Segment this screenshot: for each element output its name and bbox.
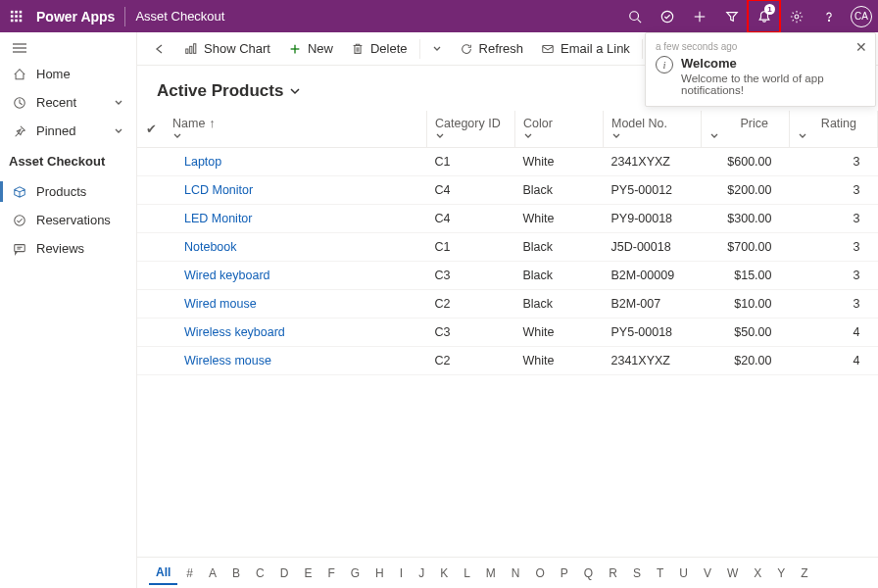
table-row[interactable]: Notebook C1 Black J5D-00018 $700.00 3 xyxy=(137,232,878,261)
add-icon[interactable] xyxy=(683,0,715,32)
alpha-M[interactable]: M xyxy=(479,563,503,584)
notifications-icon[interactable]: 1 xyxy=(748,0,780,32)
refresh-button[interactable]: Refresh xyxy=(452,32,532,65)
breadcrumb[interactable]: Asset Checkout xyxy=(135,9,224,24)
back-button[interactable] xyxy=(145,32,174,65)
cell-rating: 3 xyxy=(790,147,878,175)
alpha-F[interactable]: F xyxy=(320,563,341,584)
delete-split-button[interactable] xyxy=(424,32,450,65)
alpha-P[interactable]: P xyxy=(554,563,575,584)
cell-color: White xyxy=(515,204,604,232)
cell-category: C4 xyxy=(427,175,515,204)
alpha-E[interactable]: E xyxy=(297,563,318,584)
alpha-Z[interactable]: Z xyxy=(794,563,814,584)
cell-name[interactable]: Laptop xyxy=(165,147,427,175)
column-rating[interactable]: Rating xyxy=(790,111,878,147)
info-icon: i xyxy=(656,56,673,74)
cell-color: White xyxy=(515,147,604,175)
svg-rect-24 xyxy=(186,49,188,53)
cell-price: $20.00 xyxy=(702,346,790,374)
cell-model: J5D-00018 xyxy=(604,232,702,261)
email-link-button[interactable]: Email a Link xyxy=(533,32,638,65)
alpha-D[interactable]: D xyxy=(273,563,296,584)
table-row[interactable]: Wireless mouse C2 White 2341XYXZ $20.00 … xyxy=(137,346,878,374)
alpha-S[interactable]: S xyxy=(626,563,648,584)
alpha-T[interactable]: T xyxy=(650,563,670,584)
table-row[interactable]: LCD Monitor C4 Black PY5-00012 $200.00 3 xyxy=(137,175,878,204)
alpha-C[interactable]: C xyxy=(249,563,271,584)
task-icon[interactable] xyxy=(651,0,683,32)
alpha-Q[interactable]: Q xyxy=(577,563,600,584)
svg-rect-4 xyxy=(15,15,18,18)
svg-rect-29 xyxy=(543,45,554,52)
notification-time: a few seconds ago xyxy=(656,41,865,52)
alpha-All[interactable]: All xyxy=(149,562,177,585)
alpha-X[interactable]: X xyxy=(747,563,768,584)
chat-icon xyxy=(13,242,26,256)
settings-icon[interactable] xyxy=(780,0,812,32)
alpha-B[interactable]: B xyxy=(225,563,247,584)
app-launcher-icon[interactable] xyxy=(0,0,32,32)
cell-rating: 3 xyxy=(790,232,878,261)
help-icon[interactable] xyxy=(812,0,845,32)
column-price[interactable]: Price xyxy=(702,111,790,147)
filter-icon[interactable] xyxy=(715,0,748,32)
cell-name[interactable]: LCD Monitor xyxy=(165,175,427,204)
cell-category: C1 xyxy=(427,147,515,175)
sidebar-item-reviews[interactable]: Reviews xyxy=(0,234,136,263)
table-row[interactable]: Wired keyboard C3 Black B2M-00009 $15.00… xyxy=(137,261,878,289)
sidebar-item-reservations[interactable]: Reservations xyxy=(0,206,136,234)
alpha-J[interactable]: J xyxy=(412,563,431,584)
top-bar: Power Apps Asset Checkout 1 CA xyxy=(0,0,878,32)
cell-name[interactable]: Wired keyboard xyxy=(165,261,427,289)
pin-icon xyxy=(13,124,26,138)
alpha-N[interactable]: N xyxy=(505,563,527,584)
table-row[interactable]: Wired mouse C2 Black B2M-007 $10.00 3 xyxy=(137,289,878,318)
column-name[interactable]: Name↑ xyxy=(165,111,427,147)
alpha-A[interactable]: A xyxy=(202,563,223,584)
search-icon[interactable] xyxy=(618,0,651,32)
cell-name[interactable]: Wireless keyboard xyxy=(165,318,427,346)
alpha-R[interactable]: R xyxy=(602,563,624,584)
alpha-I[interactable]: I xyxy=(393,563,410,584)
table-row[interactable]: Laptop C1 White 2341XYXZ $600.00 3 xyxy=(137,147,878,175)
cell-color: White xyxy=(515,318,604,346)
cell-model: B2M-00009 xyxy=(604,261,702,289)
new-button[interactable]: New xyxy=(280,32,341,65)
cell-name[interactable]: Wired mouse xyxy=(165,289,427,318)
avatar[interactable]: CA xyxy=(851,6,872,27)
alpha-W[interactable]: W xyxy=(720,563,745,584)
cell-rating: 3 xyxy=(790,175,878,204)
sidebar-item-products[interactable]: Products xyxy=(0,177,136,206)
table-row[interactable]: Wireless keyboard C3 White PY5-00018 $50… xyxy=(137,318,878,346)
sidebar-item-pinned[interactable]: Pinned xyxy=(0,117,136,145)
cell-category: C4 xyxy=(427,204,515,232)
close-icon[interactable]: ✕ xyxy=(855,39,867,55)
column-color[interactable]: Color xyxy=(515,111,604,147)
alpha-L[interactable]: L xyxy=(457,563,477,584)
show-chart-button[interactable]: Show Chart xyxy=(176,32,278,65)
sidebar-item-label: Reviews xyxy=(36,241,84,256)
cell-name[interactable]: Notebook xyxy=(165,232,427,261)
table-row[interactable]: LED Monitor C4 White PY9-00018 $300.00 3 xyxy=(137,204,878,232)
svg-rect-25 xyxy=(190,46,192,53)
alpha-K[interactable]: K xyxy=(433,563,455,584)
alpha-O[interactable]: O xyxy=(529,563,552,584)
delete-button[interactable]: Delete xyxy=(343,32,415,65)
column-category[interactable]: Category ID xyxy=(427,111,515,147)
cell-price: $200.00 xyxy=(702,175,790,204)
alpha-Y[interactable]: Y xyxy=(770,563,792,584)
select-all-checkbox[interactable]: ✔ xyxy=(137,111,165,147)
hamburger-icon[interactable] xyxy=(0,36,136,60)
alpha-V[interactable]: V xyxy=(697,563,718,584)
alpha-#[interactable]: # xyxy=(179,563,200,584)
alpha-G[interactable]: G xyxy=(344,563,366,584)
cell-name[interactable]: LED Monitor xyxy=(165,204,427,232)
sidebar-item-home[interactable]: Home xyxy=(0,60,136,88)
cell-name[interactable]: Wireless mouse xyxy=(165,346,427,374)
alpha-H[interactable]: H xyxy=(368,563,391,584)
sidebar-item-label: Reservations xyxy=(36,213,111,227)
alpha-U[interactable]: U xyxy=(672,563,695,584)
column-model[interactable]: Model No. xyxy=(604,111,702,147)
sidebar-item-recent[interactable]: Recent xyxy=(0,88,136,117)
